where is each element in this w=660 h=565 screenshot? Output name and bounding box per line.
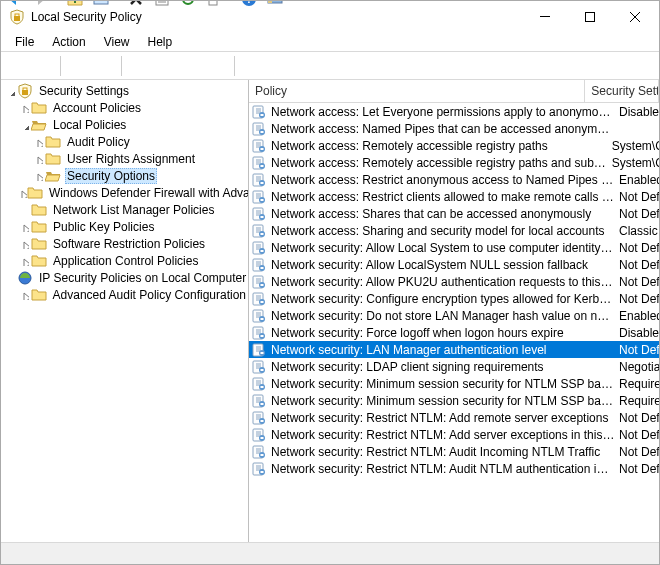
policy-setting: Not Defined — [619, 207, 659, 221]
policy-row[interactable]: Network security: Allow Local System to … — [249, 239, 659, 256]
policy-setting: Not Defined — [619, 445, 659, 459]
refresh-button[interactable] — [179, 54, 203, 78]
policy-name: Network security: Restrict NTLM: Audit I… — [271, 445, 619, 459]
folder-icon — [45, 134, 61, 150]
list-header: Policy Security Setting▲ — [249, 80, 659, 103]
policy-icon — [251, 444, 267, 460]
up-button[interactable] — [66, 54, 90, 78]
list-pane[interactable]: Policy Security Setting▲ Network access:… — [249, 80, 659, 542]
policy-icon — [251, 325, 267, 341]
policy-name: Network security: LAN Manager authentica… — [271, 343, 619, 357]
policy-row[interactable]: Network security: Configure encryption t… — [249, 290, 659, 307]
policy-row[interactable]: Network security: Restrict NTLM: Add ser… — [249, 426, 659, 443]
policy-name: Network access: Remotely accessible regi… — [271, 156, 612, 170]
folder-icon — [31, 202, 47, 218]
policy-row[interactable]: Network security: Minimum session securi… — [249, 375, 659, 392]
tree-user-rights[interactable]: User Rights Assignment — [3, 150, 248, 167]
tree-local-policies[interactable]: Local Policies — [3, 116, 248, 133]
policy-row[interactable]: Network security: Allow LocalSystem NULL… — [249, 256, 659, 273]
tree-account-policies[interactable]: Account Policies — [3, 99, 248, 116]
help-button[interactable] — [240, 54, 264, 78]
policy-setting: Not Defined — [619, 462, 659, 476]
properties-button[interactable] — [153, 54, 177, 78]
policy-icon — [251, 138, 267, 154]
shield-icon — [17, 83, 33, 99]
policy-row[interactable]: Network access: Remotely accessible regi… — [249, 154, 659, 171]
tree-security-options[interactable]: Security Options — [3, 167, 248, 184]
delete-button[interactable] — [127, 54, 151, 78]
tree-advaudit[interactable]: Advanced Audit Policy Configuration — [3, 286, 248, 303]
policy-icon — [251, 342, 267, 358]
panel-button[interactable] — [266, 54, 290, 78]
policy-row[interactable]: Network security: Force logoff when logo… — [249, 324, 659, 341]
policy-row[interactable]: Network security: LDAP client signing re… — [249, 358, 659, 375]
policy-icon — [251, 189, 267, 205]
tree-network-list[interactable]: Network List Manager Policies — [3, 201, 248, 218]
policy-icon — [251, 376, 267, 392]
folder-icon — [31, 219, 47, 235]
tree-root[interactable]: Security Settings — [3, 82, 248, 99]
tree-softres[interactable]: Software Restriction Policies — [3, 235, 248, 252]
separator — [60, 56, 61, 76]
policy-icon — [251, 461, 267, 477]
policy-name: Network security: Restrict NTLM: Add rem… — [271, 411, 619, 425]
minimize-button[interactable] — [522, 2, 567, 31]
export-button[interactable] — [205, 54, 229, 78]
policy-setting: Not Defined — [619, 190, 659, 204]
policy-setting: System\CurrentControlSet — [612, 139, 659, 153]
policy-icon — [251, 393, 267, 409]
tree-firewall[interactable]: Windows Defender Firewall with Advanced … — [3, 184, 248, 201]
policy-icon — [251, 223, 267, 239]
maximize-button[interactable] — [567, 2, 612, 31]
policy-setting: Require 128-bit — [619, 377, 659, 391]
tree-pubkey[interactable]: Public Key Policies — [3, 218, 248, 235]
policy-name: Network access: Shares that can be acces… — [271, 207, 619, 221]
policy-icon — [251, 104, 267, 120]
policy-name: Network access: Restrict anonymous acces… — [271, 173, 619, 187]
close-button[interactable] — [612, 2, 657, 31]
column-setting[interactable]: Security Setting▲ — [585, 80, 659, 102]
mmc-button[interactable] — [92, 54, 116, 78]
policy-row[interactable]: Network access: Restrict anonymous acces… — [249, 171, 659, 188]
column-policy[interactable]: Policy — [249, 80, 585, 102]
folder-icon — [31, 287, 47, 303]
policy-row[interactable]: Network security: Restrict NTLM: Add rem… — [249, 409, 659, 426]
policy-name: Network security: Restrict NTLM: Audit N… — [271, 462, 619, 476]
forward-button[interactable] — [31, 54, 55, 78]
back-button[interactable] — [5, 54, 29, 78]
policy-icon — [251, 359, 267, 375]
policy-icon — [251, 172, 267, 188]
policy-row[interactable]: Network security: Minimum session securi… — [249, 392, 659, 409]
policy-setting: System\CurrentControlSet — [612, 156, 659, 170]
policy-row[interactable]: Network access: Sharing and security mod… — [249, 222, 659, 239]
policy-setting: Not Defined — [619, 241, 659, 255]
policy-row[interactable]: Network access: Named Pipes that can be … — [249, 120, 659, 137]
policy-name: Network access: Let Everyone permissions… — [271, 105, 619, 119]
policy-name: Network security: Do not store LAN Manag… — [271, 309, 619, 323]
tree-appctrl[interactable]: Application Control Policies — [3, 252, 248, 269]
policy-icon — [251, 121, 267, 137]
policy-name: Network security: Restrict NTLM: Add ser… — [271, 428, 619, 442]
policy-row[interactable]: Network access: Restrict clients allowed… — [249, 188, 659, 205]
policy-setting: Not Defined — [619, 343, 659, 357]
policy-row[interactable]: Network security: Allow PKU2U authentica… — [249, 273, 659, 290]
tree-ipsec[interactable]: IP Security Policies on Local Computer — [3, 269, 248, 286]
policy-row[interactable]: Network security: Do not store LAN Manag… — [249, 307, 659, 324]
policy-row[interactable]: Network access: Remotely accessible regi… — [249, 137, 659, 154]
policy-icon — [251, 410, 267, 426]
folder-icon — [31, 236, 47, 252]
policy-row[interactable]: Network access: Shares that can be acces… — [249, 205, 659, 222]
policy-name: Network security: Configure encryption t… — [271, 292, 619, 306]
policy-row[interactable]: Network security: Restrict NTLM: Audit N… — [249, 460, 659, 477]
policy-row[interactable]: Network access: Let Everyone permissions… — [249, 103, 659, 120]
policy-name: Network access: Remotely accessible regi… — [271, 139, 612, 153]
policy-row[interactable]: Network security: LAN Manager authentica… — [249, 341, 659, 358]
policy-setting: Negotiate signing — [619, 360, 659, 374]
policy-row[interactable]: Network security: Restrict NTLM: Audit I… — [249, 443, 659, 460]
policy-name: Network security: Allow PKU2U authentica… — [271, 275, 619, 289]
policy-name: Network security: Allow Local System to … — [271, 241, 619, 255]
policy-setting: Not Defined — [619, 292, 659, 306]
tree-pane[interactable]: Security Settings Account Policies Local… — [1, 80, 249, 542]
policy-setting: Enabled — [619, 309, 659, 323]
tree-audit-policy[interactable]: Audit Policy — [3, 133, 248, 150]
